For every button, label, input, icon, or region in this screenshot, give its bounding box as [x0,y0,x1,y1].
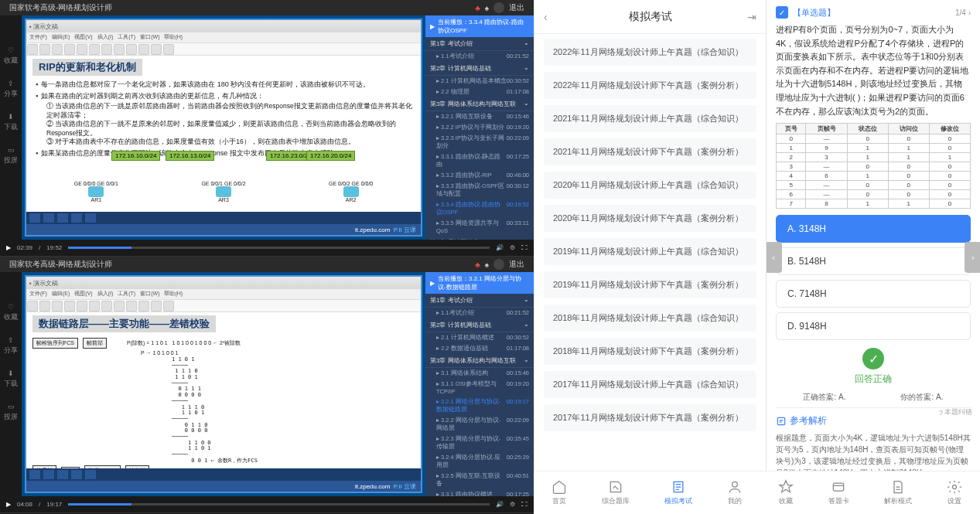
chapter-item[interactable]: ▸ 2.2 物理层01:17:08 [425,87,534,97]
settings-icon[interactable]: ⚙ [510,501,515,508]
forward-icon[interactable]: ⇥ [747,11,756,23]
chapter-item[interactable]: ▸ 3.2.5 网络互联-互联设备00:40:51 [425,471,534,489]
download-icon[interactable]: ⬇下载 [4,369,18,389]
volume-icon[interactable]: 🔊 [496,244,504,251]
exam-header: ‹ 模拟考试 ⇥ [534,0,766,34]
chapter-item[interactable]: ▸ 3.1.1 OSI参考模型与TCP/IP00:19:20 [425,379,534,397]
chapter-item[interactable]: ▸ 1.1考试介绍00:21:52 [425,51,534,62]
chapter-section[interactable]: 第4章 局域网技术⌄ [425,236,534,240]
settings-icon[interactable]: ⚙ [510,244,515,251]
question-panel: ✓ 【单选题】 1/4 › 进程P有8个页面，页号分别为0~7，页面大小为4K，… [767,0,980,514]
exam-item[interactable]: 2017年11月网络规划设计师下午真题（案例分析） [544,404,756,431]
bell-icon[interactable]: ♣ [475,260,480,269]
exam-item[interactable]: 2022年11月网络规划设计师上午真题（综合知识） [544,39,756,66]
chapter-item[interactable]: ▸ 3.3.4 路由协议-路由协议OSPF00:19:52 [425,199,534,218]
player-controls[interactable]: ▶ 04:08/19:17 🔊 ⚙ ⛶ [0,496,534,512]
cast-icon[interactable]: ▭投屏 [4,403,18,422]
nav-edit[interactable]: 综合题库 [602,479,630,506]
chapter-item[interactable]: ▸ 3.3.5 网络资源共享与QoS00:33:11 [425,218,534,236]
checkbox-icon[interactable]: ✓ [776,6,788,19]
favorite-icon[interactable]: ♡收藏 [4,303,18,322]
time-total: 19:17 [46,501,62,508]
chapter-item[interactable]: ▸ 3.3.1 路由协议概述00:17:25 [425,489,534,496]
check-circle-icon: ✓ [862,348,884,369]
share-icon[interactable]: ⇪分享 [4,80,18,99]
video-column: 国家软考高级-网络规划设计师 ♣ ♠ 退出 ♡收藏 ⇪分享 ⬇下载 ▭投屏 [0,0,534,514]
exam-item[interactable]: 2019年11月网络规划设计师下午真题（案例分析） [544,271,756,298]
chapter-item[interactable]: ▸ 2.2 数据通信基础01:17:08 [425,343,534,354]
chapter-item[interactable]: ▸ 2.1 计算机网络基本概念00:30:52 [425,76,534,87]
avatar[interactable] [493,259,504,270]
exam-list: 2022年11月网络规划设计师上午真题（综合知识）2022年11月网络规划设计师… [534,34,766,459]
windows-taskbar [26,212,421,224]
chapter-section[interactable]: 第2章 计算机网络基础⌄ [425,318,534,332]
cast-icon[interactable]: ▭投屏 [4,146,18,165]
chapter-item[interactable]: ▸ 3.2.1 网络分层与协议-数据链路层00:19:17 [425,397,534,415]
exam-item[interactable]: 2018年11月网络规划设计师下午真题（案例分析） [544,338,756,365]
volume-icon[interactable]: 🔊 [496,501,504,508]
bell-icon[interactable]: ♣ [475,4,480,12]
nav-home[interactable]: 首页 [551,479,567,506]
play-icon[interactable]: ▶ [6,501,11,508]
back-icon[interactable]: ‹ [544,11,548,23]
nav-exam[interactable]: 模拟考试 [664,479,692,506]
nav-star[interactable]: 收藏 [778,479,794,506]
chapter-section[interactable]: 第2章 计算机网络基础⌄ [425,62,534,76]
favorite-icon[interactable]: ♡收藏 [4,46,18,66]
exam-item[interactable]: 2021年11月网络规划设计师上午真题（综合知识） [544,105,756,132]
exam-item[interactable]: 2019年11月网络规划设计师上午真题（综合知识） [544,238,756,265]
chapter-item[interactable]: ▸ 3.3.2 路由协议-RIP00:46:00 [425,170,534,181]
chapter-section[interactable]: 第1章 考试介绍⌄ [425,294,534,308]
chapter-list[interactable]: ▶ 当前播放：3.3.4 路由协议-路由协议OSPF 第1章 考试介绍⌄▸ 1.… [425,15,534,240]
download-icon[interactable]: ⬇下载 [4,113,18,132]
exam-item[interactable]: 2020年11月网络规划设计师下午真题（案例分析） [544,205,756,232]
exam-item[interactable]: 2020年11月网络规划设计师上午真题（综合知识） [544,172,756,199]
play-icon[interactable]: ▶ [6,244,11,251]
fullscreen-icon[interactable]: ⛶ [521,501,528,508]
chapter-list[interactable]: ▶ 当前播放：3.2.1 网络分层与协议-数据链路层 第1章 考试介绍⌄▸ 1.… [425,272,534,496]
progress-bar[interactable] [68,247,490,249]
exam-item[interactable]: 2018年11月网络规划设计师上午真题（综合知识） [544,305,756,332]
chapter-item[interactable]: ▸ 3.3.3 路由协议-OSPF区域与配置00:30:12 [425,181,534,199]
option-D[interactable]: D. 9148H [776,312,971,340]
fullscreen-icon[interactable]: ⛶ [521,244,528,251]
chapter-item[interactable]: ▸ 1.1考试介绍00:21:52 [425,308,534,318]
chapter-item[interactable]: ▸ 3.2.3 网络分层与协议-传输层00:35:45 [425,434,534,452]
logout-link[interactable]: 退出 [509,2,524,13]
answer-row: 正确答案: A. 你的答案: A. [776,392,971,403]
avatar[interactable] [493,2,504,13]
option-B[interactable]: B. 5148H [776,247,971,275]
nav-card[interactable]: 答题卡 [828,479,849,506]
chapter-item[interactable]: ▸ 3.2.3 IP协议与变长子网划分00:22:09 [425,133,534,151]
logout-link[interactable]: 退出 [509,259,524,270]
progress-bar[interactable] [68,503,490,505]
notification-icon[interactable]: ♠ [485,260,489,269]
nav-user[interactable]: 我的 [727,479,743,506]
chapter-section[interactable]: 第3章 网络体系结构与网络互联⌄ [425,354,534,368]
svg-rect-0 [777,417,784,424]
chapter-item[interactable]: ▸ 3.2.2 网络分层与协议-网络层00:22:09 [425,415,534,434]
chapter-item[interactable]: ▸ 2.1 计算机网络概述00:30:52 [425,332,534,343]
exam-item[interactable]: 2017年11月网络规划设计师上午真题（综合知识） [544,371,756,398]
exam-item[interactable]: 2022年11月网络规划设计师下午真题（案例分析） [544,72,756,99]
chapter-item[interactable]: ▸ 3.1 网络体系结构00:15:46 [425,368,534,379]
report-error[interactable]: ? 本题纠错 [939,407,972,417]
option-A[interactable]: A. 3148H [776,215,971,243]
next-question-icon[interactable]: › [965,242,980,273]
nav-gear[interactable]: 设置 [947,479,962,506]
time-total: 19:52 [46,244,62,251]
option-C[interactable]: C. 7148H [776,280,971,308]
player-controls[interactable]: ▶ 02:39/19:52 🔊 ⚙ ⛶ [0,240,534,255]
nav-doc[interactable]: 解析模式 [884,479,912,506]
chapter-item[interactable]: ▸ 3.2.2 IP协议与子网划分00:19:20 [425,122,534,133]
chapter-item[interactable]: ▸ 3.3.1 路由协议-静态路由00:17:25 [425,151,534,170]
exam-item[interactable]: 2021年11月网络规划设计师下午真题（案例分析） [544,138,756,165]
page-title: 模拟考试 [629,10,672,24]
share-icon[interactable]: ⇪分享 [4,336,18,356]
notification-icon[interactable]: ♠ [485,4,489,12]
prev-question-icon[interactable]: ‹ [767,242,782,273]
chapter-item[interactable]: ▸ 3.2.4 网络分层协议-应用层00:25:29 [425,452,534,471]
chapter-section[interactable]: 第3章 网络体系结构与网络互联⌄ [425,97,534,111]
chapter-item[interactable]: ▸ 3.2.1 网络互联设备00:15:46 [425,111,534,122]
chapter-section[interactable]: 第1章 考试介绍⌄ [425,37,534,51]
